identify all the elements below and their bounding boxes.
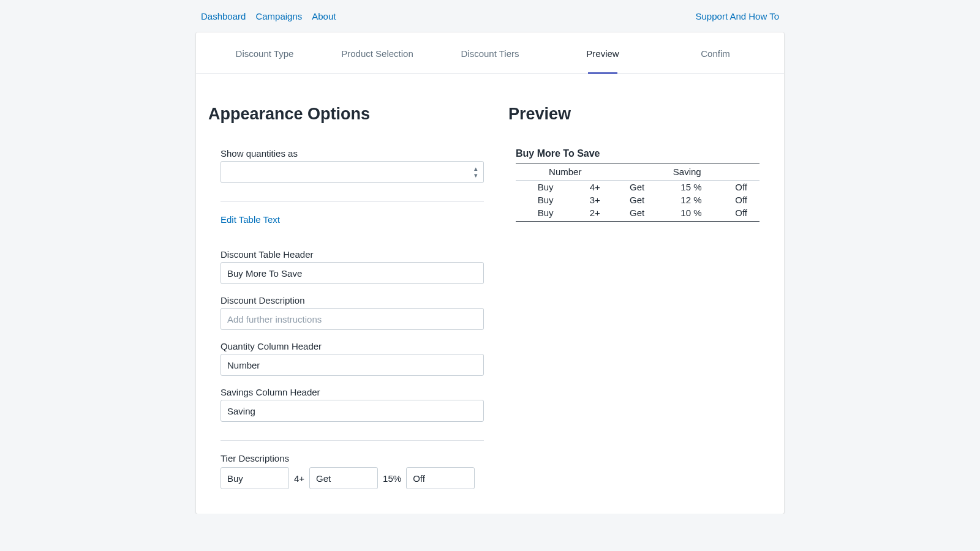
- table-row: Buy 2+ Get 10 % Off: [516, 206, 760, 222]
- tab-preview[interactable]: Preview: [546, 32, 659, 73]
- preview-title: Preview: [508, 105, 772, 124]
- tier-descriptions-label: Tier Descriptions: [221, 453, 484, 463]
- discount-description-input[interactable]: [221, 308, 484, 330]
- quantity-column-header-input[interactable]: [221, 354, 484, 376]
- savings-column-header-input[interactable]: [221, 400, 484, 422]
- cell-pct: 15 %: [660, 181, 723, 194]
- nav-link-dashboard[interactable]: Dashboard: [201, 11, 246, 21]
- nav-link-about[interactable]: About: [312, 11, 336, 21]
- tab-discount-tiers[interactable]: Discount Tiers: [434, 32, 546, 73]
- field-discount-table-header: Discount Table Header: [221, 249, 484, 284]
- cell-buy: Buy: [516, 181, 575, 194]
- content-row: Appearance Options Show quantities as ▴▾…: [196, 74, 784, 489]
- wizard-tabs: Discount Type Product Selection Discount…: [196, 32, 784, 74]
- appearance-column: Appearance Options Show quantities as ▴▾…: [208, 105, 496, 489]
- discount-description-label: Discount Description: [221, 295, 484, 305]
- discount-table-header-label: Discount Table Header: [221, 249, 484, 260]
- tier-pct-text: 15%: [383, 473, 401, 484]
- tab-confirm[interactable]: Confim: [659, 32, 772, 73]
- field-discount-description: Discount Description: [221, 295, 484, 330]
- tier-get-input[interactable]: [309, 467, 378, 489]
- preview-table: Number Saving Buy 4+ Get 15 % Off: [516, 163, 760, 222]
- cell-off: Off: [723, 193, 760, 206]
- show-quantities-select-wrapper: ▴▾: [221, 161, 484, 183]
- preview-table-head-row: Number Saving: [516, 163, 760, 181]
- tier-row: 4+ 15%: [221, 467, 484, 489]
- preview-col-saving: Saving: [615, 163, 760, 181]
- nav-link-campaigns[interactable]: Campaigns: [255, 11, 302, 21]
- preview-table-header: Buy More To Save: [516, 148, 760, 159]
- cell-qty: 3+: [575, 193, 614, 206]
- appearance-title: Appearance Options: [208, 105, 496, 124]
- cell-qty: 2+: [575, 206, 614, 222]
- discount-table-header-input[interactable]: [221, 262, 484, 284]
- cell-off: Off: [723, 206, 760, 222]
- tier-off-input[interactable]: [406, 467, 475, 489]
- appearance-form: Show quantities as ▴▾ Edit Table Text Di…: [208, 148, 496, 489]
- tier-buy-input[interactable]: [221, 467, 289, 489]
- show-quantities-label: Show quantities as: [221, 148, 484, 159]
- cell-get: Get: [615, 206, 660, 222]
- cell-off: Off: [723, 181, 760, 194]
- table-row: Buy 4+ Get 15 % Off: [516, 181, 760, 194]
- preview-panel: Buy More To Save Number Saving Buy 4+: [508, 148, 772, 222]
- cell-pct: 10 %: [660, 206, 723, 222]
- preview-col-number: Number: [516, 163, 615, 181]
- quantity-column-header-label: Quantity Column Header: [221, 341, 484, 351]
- main-card: Discount Type Product Selection Discount…: [196, 32, 784, 514]
- tab-product-selection[interactable]: Product Selection: [321, 32, 434, 73]
- tier-qty-text: 4+: [294, 473, 304, 484]
- cell-buy: Buy: [516, 206, 575, 222]
- tab-discount-type[interactable]: Discount Type: [208, 32, 321, 73]
- field-quantity-column-header: Quantity Column Header: [221, 341, 484, 376]
- cell-qty: 4+: [575, 181, 614, 194]
- preview-column: Preview Buy More To Save Number Saving: [508, 105, 772, 489]
- cell-get: Get: [615, 181, 660, 194]
- field-savings-column-header: Savings Column Header: [221, 387, 484, 422]
- divider: [221, 201, 484, 202]
- cell-buy: Buy: [516, 193, 575, 206]
- top-nav: Dashboard Campaigns About Support And Ho…: [196, 0, 784, 32]
- top-nav-right: Support And How To: [696, 11, 779, 21]
- edit-table-text-link[interactable]: Edit Table Text: [221, 214, 280, 225]
- cell-pct: 12 %: [660, 193, 723, 206]
- nav-link-support[interactable]: Support And How To: [696, 11, 779, 21]
- divider-2: [221, 440, 484, 441]
- table-row: Buy 3+ Get 12 % Off: [516, 193, 760, 206]
- cell-get: Get: [615, 193, 660, 206]
- show-quantities-select[interactable]: [221, 161, 484, 183]
- top-nav-left: Dashboard Campaigns About: [201, 11, 336, 21]
- savings-column-header-label: Savings Column Header: [221, 387, 484, 397]
